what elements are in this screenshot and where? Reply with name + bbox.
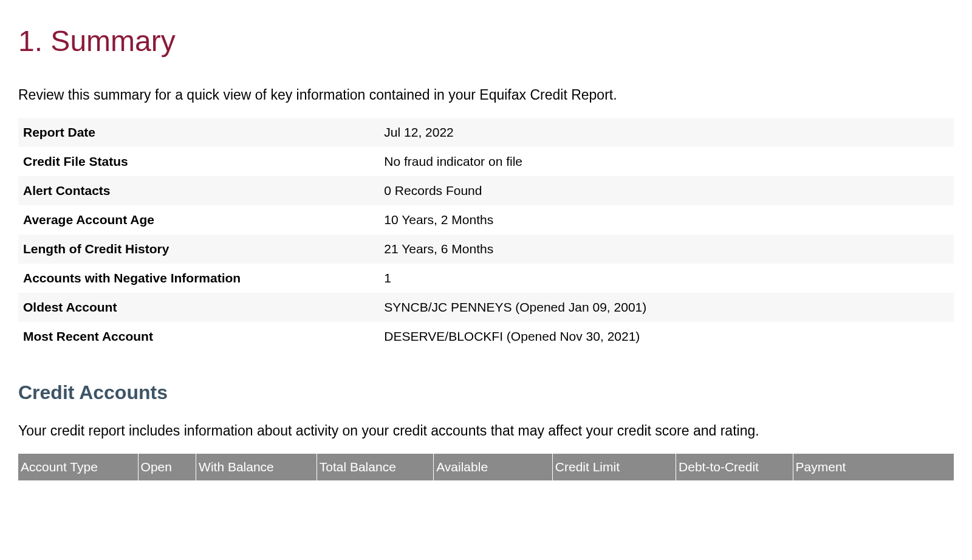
- section-intro: Review this summary for a quick view of …: [18, 85, 954, 104]
- summary-table: Report Date Jul 12, 2022 Credit File Sta…: [18, 118, 954, 351]
- section-title: 1. Summary: [18, 24, 954, 58]
- summary-label: Length of Credit History: [23, 242, 384, 256]
- credit-accounts-title: Credit Accounts: [18, 381, 954, 404]
- summary-label: Report Date: [23, 125, 384, 140]
- summary-value: SYNCB/JC PENNEYS (Opened Jan 09, 2001): [384, 300, 949, 315]
- summary-row: Oldest Account SYNCB/JC PENNEYS (Opened …: [18, 293, 954, 322]
- summary-row: Length of Credit History 21 Years, 6 Mon…: [18, 234, 954, 264]
- table-header-cell: Total Balance: [317, 454, 434, 480]
- summary-label: Alert Contacts: [23, 183, 384, 198]
- summary-row: Accounts with Negative Information 1: [18, 264, 954, 293]
- summary-row: Report Date Jul 12, 2022: [18, 118, 954, 147]
- table-header-cell: With Balance: [196, 454, 317, 480]
- summary-value: DESERVE/BLOCKFI (Opened Nov 30, 2021): [384, 329, 949, 344]
- summary-label: Average Account Age: [23, 213, 384, 227]
- table-header-row: Account Type Open With Balance Total Bal…: [18, 454, 954, 480]
- summary-row: Most Recent Account DESERVE/BLOCKFI (Ope…: [18, 322, 954, 351]
- table-header-cell: Open: [138, 454, 196, 480]
- summary-value: Jul 12, 2022: [384, 125, 949, 140]
- credit-accounts-intro: Your credit report includes information …: [18, 421, 954, 440]
- summary-value: 10 Years, 2 Months: [384, 213, 949, 227]
- summary-label: Oldest Account: [23, 300, 384, 315]
- table-header-cell: Available: [434, 454, 553, 480]
- summary-row: Alert Contacts 0 Records Found: [18, 176, 954, 205]
- summary-value: No fraud indicator on file: [384, 154, 949, 169]
- table-header-cell: Debt-to-Credit: [676, 454, 793, 480]
- summary-label: Accounts with Negative Information: [23, 271, 384, 285]
- credit-accounts-table: Account Type Open With Balance Total Bal…: [18, 454, 954, 480]
- summary-row: Credit File Status No fraud indicator on…: [18, 147, 954, 176]
- table-header-cell: Account Type: [18, 454, 138, 480]
- table-header-cell: Credit Limit: [552, 454, 676, 480]
- summary-row: Average Account Age 10 Years, 2 Months: [18, 205, 954, 234]
- summary-value: 1: [384, 271, 949, 285]
- summary-value: 21 Years, 6 Months: [384, 242, 949, 256]
- summary-label: Credit File Status: [23, 154, 384, 169]
- summary-value: 0 Records Found: [384, 183, 949, 198]
- summary-label: Most Recent Account: [23, 329, 384, 344]
- table-header-cell: Payment: [793, 454, 954, 480]
